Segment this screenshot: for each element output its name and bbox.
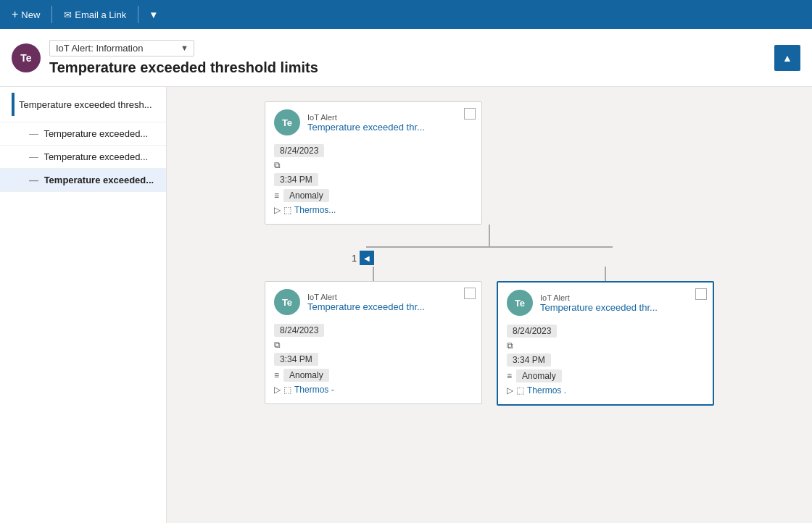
child2-tag-row: ≡ Anomaly [507,368,704,384]
h-connector-bar [366,246,613,248]
root-card-copy-row: ⧉ [274,159,473,172]
child1-tag-icon: ≡ [274,370,279,380]
child2-connector: Te IoT Alert Temperature exceeded thr...… [497,267,714,406]
email-label: Email a Link [75,9,126,20]
child2-card-name[interactable]: Temperature exceeded thr... [540,302,658,313]
child2-forward-icon: ▷ [507,385,513,396]
collapse-button[interactable]: ▲ [774,45,800,71]
toolbar: + New ✉ Email a Link ▼ [0,0,812,29]
child1-card-header: Te IoT Alert Temperature exceeded thr... [265,282,481,319]
email-link-button[interactable]: ✉ Email a Link [58,7,132,23]
child1-tag-row: ≡ Anomaly [274,367,473,383]
sidebar-item-4[interactable]: — Temperature exceeded... [0,169,166,192]
child2-card-body: 8/24/2023 ⧉ 3:34 PM ≡ Anomaly [498,320,713,404]
chevron-down-icon: ▼ [149,9,158,20]
page-title: Temperature exceeded threshold limits [49,59,800,76]
child2-time-row: 3:34 PM [507,352,704,368]
child2-tag: Anomaly [516,369,562,382]
child1-card-body: 8/24/2023 ⧉ 3:34 PM ≡ Anomaly [265,319,481,403]
child2-card-header: Te IoT Alert Temperature exceeded thr... [498,283,713,320]
child1-card-avatar: Te [274,289,300,315]
child2-card-type: IoT Alert [540,293,658,302]
toolbar-divider-2 [138,6,138,23]
pagination-back-icon: ◀ [364,254,370,262]
child1-card-info: IoT Alert Temperature exceeded thr... [307,293,425,312]
toolbar-dropdown-button[interactable]: ▼ [144,7,162,23]
child1-footer: ▷ ⬚ Thermos - [274,383,473,396]
header: Te IoT Alert: Information ▼ Temperature … [0,29,812,87]
main-layout: Temperature exceeded thresh... — Tempera… [0,87,812,523]
child2-device-icon: ⬚ [516,385,524,396]
child1-v-top [373,267,374,281]
plus-icon: + [12,8,18,21]
sidebar-item-2[interactable]: — Temperature exceeded... [0,122,166,146]
child2-date-row: 8/24/2023 [507,323,704,339]
sidebar-item-1[interactable]: Temperature exceeded thresh... [0,87,166,122]
child1-link[interactable]: Thermos - [294,385,334,395]
root-card-time-row: 3:34 PM [274,172,473,188]
dash-icon-2: — [29,128,38,139]
child2-link[interactable]: Thermos . [527,385,566,396]
pagination-back-button[interactable]: ◀ [360,251,374,265]
child2-card: Te IoT Alert Temperature exceeded thr...… [497,281,714,406]
child1-tag: Anomaly [283,369,329,382]
dash-icon-3: — [29,151,38,162]
sidebar-item-1-label: Temperature exceeded thresh... [19,99,152,110]
root-card-link[interactable]: Thermos... [294,205,336,215]
active-bar [12,93,14,116]
child2-v-top [605,267,606,281]
child1-copy-icon: ⧉ [274,340,281,350]
alert-type-select-wrapper: IoT Alert: Information ▼ [49,40,194,57]
child2-card-info: IoT Alert Temperature exceeded thr... [540,293,658,313]
root-card-footer: ▷ ⬚ Thermos... [274,204,473,217]
tag-icon: ≡ [274,191,279,201]
forward-icon: ▷ [274,205,281,215]
child2-date: 8/24/2023 [507,325,557,338]
device-icon: ⬚ [283,205,291,215]
content-area: Te IoT Alert Temperature exceeded thr...… [167,87,812,523]
child1-time-row: 3:34 PM [274,351,473,367]
root-card-info: IoT Alert Temperature exceeded thr... [307,113,425,133]
email-icon: ✉ [64,9,72,20]
collapse-icon: ▲ [782,52,792,64]
child1-date-row: 8/24/2023 [274,322,473,338]
child2-tag-icon: ≡ [507,371,512,381]
children-row: Te IoT Alert Temperature exceeded thr...… [265,267,714,406]
pagination-number: 1 [352,253,357,264]
child1-connector: Te IoT Alert Temperature exceeded thr...… [265,267,482,406]
child2-card-checkbox[interactable] [695,288,707,300]
toolbar-divider-1 [51,6,52,23]
avatar: Te [12,43,41,72]
root-v-connector [489,225,490,246]
child1-forward-icon: ▷ [274,385,281,395]
root-card-time: 3:34 PM [274,173,318,186]
root-card-header: Te IoT Alert Temperature exceeded thr... [265,102,481,140]
child1-card-name[interactable]: Temperature exceeded thr... [307,301,425,312]
child1-card: Te IoT Alert Temperature exceeded thr...… [265,281,482,404]
root-card-name[interactable]: Temperature exceeded thr... [307,122,425,133]
root-card-tag: Anomaly [283,189,329,202]
child2-footer: ▷ ⬚ Thermos . [507,384,704,397]
root-card: Te IoT Alert Temperature exceeded thr...… [265,101,482,225]
sidebar: Temperature exceeded thresh... — Tempera… [0,87,167,523]
root-card-avatar: Te [274,109,300,135]
new-button[interactable]: + New [6,5,46,24]
root-card-checkbox[interactable] [464,108,476,120]
sidebar-item-3[interactable]: — Temperature exceeded... [0,146,166,169]
header-right: IoT Alert: Information ▼ Temperature exc… [49,40,800,76]
child1-card-checkbox[interactable] [464,288,476,299]
root-card-type: IoT Alert [307,113,425,122]
child2-copy-icon: ⧉ [507,340,513,351]
root-card-tag-row: ≡ Anomaly [274,188,473,204]
child1-date: 8/24/2023 [274,324,324,337]
root-card-body: 8/24/2023 ⧉ 3:34 PM ≡ Anomaly ▷ ⬚ [265,140,481,224]
dash-icon-4: — [29,175,38,185]
child1-device-icon: ⬚ [283,385,291,395]
sidebar-item-4-label: Temperature exceeded... [44,175,154,185]
new-label: New [21,9,40,20]
root-card-date-row: 8/24/2023 [274,143,473,159]
child2-card-avatar: Te [507,290,533,316]
child1-time: 3:34 PM [274,353,318,366]
alert-type-select[interactable]: IoT Alert: Information [49,40,194,57]
child2-time: 3:34 PM [507,353,551,367]
